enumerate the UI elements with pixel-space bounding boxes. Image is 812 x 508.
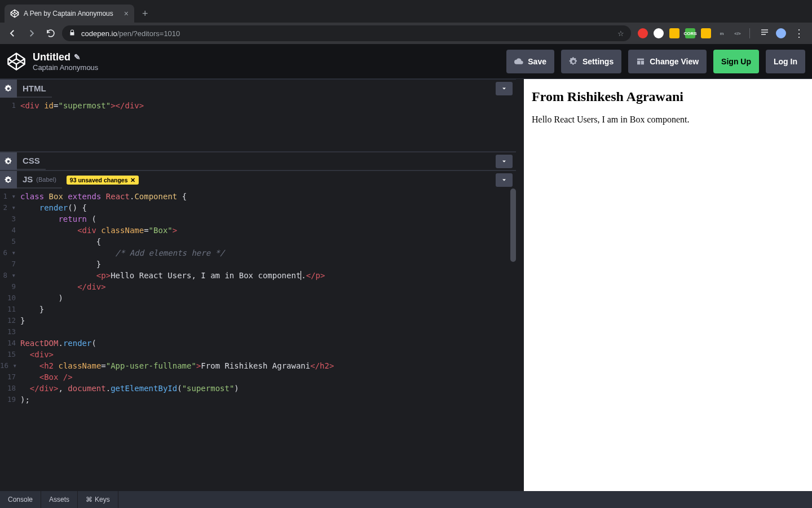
close-tab-icon[interactable]: × bbox=[124, 9, 129, 18]
kebab-menu-icon[interactable]: ⋮ bbox=[791, 27, 807, 40]
js-editor-header: JS (Babel) 93 unsaved changes ✕ bbox=[0, 170, 516, 189]
html-editor: HTML 1 <div id="supermost"></div> bbox=[0, 79, 516, 151]
preview-paragraph: Hello React Users, I am in Box component… bbox=[532, 115, 804, 125]
login-button[interactable]: Log In bbox=[766, 50, 805, 73]
js-dropdown-icon[interactable] bbox=[496, 173, 513, 187]
tab-title: A Pen by Captain Anonymous bbox=[24, 10, 120, 17]
pen-author: Captain Anonymous bbox=[33, 63, 98, 72]
pen-meta: Untitled ✎ Captain Anonymous bbox=[33, 51, 98, 72]
codepen-favicon-icon bbox=[10, 9, 19, 18]
editors-column: HTML 1 <div id="supermost"></div> CSS bbox=[0, 79, 516, 491]
codepen-header: Untitled ✎ Captain Anonymous Save Settin… bbox=[0, 44, 812, 79]
workspace: HTML 1 <div id="supermost"></div> CSS bbox=[0, 79, 812, 491]
forward-button[interactable] bbox=[24, 25, 39, 41]
save-button[interactable]: Save bbox=[506, 50, 554, 73]
keys-button[interactable]: ⌘ Keys bbox=[78, 491, 118, 508]
new-tab-button[interactable]: + bbox=[134, 5, 156, 23]
lock-icon bbox=[69, 29, 76, 38]
js-code-area[interactable]: 1 ▾2 ▾3456 ▾78 ▾910111213141516 ▾171819 … bbox=[0, 189, 516, 491]
svg-rect-0 bbox=[637, 58, 644, 60]
profile-avatar-icon[interactable] bbox=[775, 27, 787, 40]
reload-button[interactable] bbox=[43, 25, 59, 41]
preview-heading: From Rishikesh Agrawani bbox=[532, 89, 804, 104]
browser-chrome: A Pen by Captain Anonymous × + codepen.i… bbox=[0, 0, 812, 44]
adblock-extension-icon[interactable] bbox=[638, 28, 648, 38]
tab-strip: A Pen by Captain Anonymous × + bbox=[0, 0, 812, 23]
code-extension-icon[interactable]: </> bbox=[732, 28, 743, 38]
ghostery-extension-icon[interactable] bbox=[654, 28, 664, 38]
svg-rect-1 bbox=[637, 60, 640, 64]
js-settings-icon[interactable] bbox=[0, 171, 17, 189]
edit-extension-icon[interactable] bbox=[701, 28, 711, 38]
html-code-area[interactable]: 1 <div id="supermost"></div> bbox=[0, 98, 516, 151]
js-scrollbar[interactable] bbox=[510, 189, 516, 262]
browser-tab[interactable]: A Pen by Captain Anonymous × bbox=[5, 5, 134, 23]
media-icon[interactable] bbox=[758, 28, 771, 39]
js-label[interactable]: JS (Babel) bbox=[17, 171, 62, 189]
unsaved-close-icon[interactable]: ✕ bbox=[130, 177, 135, 183]
js-sublang: (Babel) bbox=[36, 176, 56, 183]
separator bbox=[749, 28, 750, 38]
settings-button[interactable]: Settings bbox=[561, 50, 621, 73]
svg-rect-2 bbox=[641, 60, 644, 64]
url-text: codepen.io/pen/?editors=1010 bbox=[81, 29, 180, 38]
codepen-logo-icon[interactable] bbox=[7, 52, 26, 71]
assets-button[interactable]: Assets bbox=[41, 491, 78, 508]
extensions-row: CORSm</> bbox=[634, 28, 754, 38]
css-label[interactable]: CSS bbox=[17, 152, 46, 170]
signup-button[interactable]: Sign Up bbox=[713, 50, 759, 73]
m-extension-icon[interactable]: m bbox=[717, 28, 727, 38]
change-view-button[interactable]: Change View bbox=[628, 50, 707, 73]
back-button[interactable] bbox=[5, 25, 20, 41]
codepen-footer: Console Assets ⌘ Keys bbox=[0, 491, 812, 508]
js-editor: JS (Babel) 93 unsaved changes ✕ 1 ▾2 ▾34… bbox=[0, 170, 516, 491]
css-dropdown-icon[interactable] bbox=[496, 155, 513, 168]
html-label[interactable]: HTML bbox=[17, 80, 52, 98]
keep-extension-icon[interactable] bbox=[669, 28, 679, 38]
html-dropdown-icon[interactable] bbox=[496, 82, 513, 95]
css-editor: CSS bbox=[0, 151, 516, 170]
html-settings-icon[interactable] bbox=[0, 80, 17, 98]
html-editor-header: HTML bbox=[0, 80, 516, 98]
edit-title-icon[interactable]: ✎ bbox=[74, 52, 81, 62]
address-bar[interactable]: codepen.io/pen/?editors=1010 ☆ bbox=[62, 25, 631, 41]
preview-pane: From Rishikesh Agrawani Hello React User… bbox=[516, 79, 812, 491]
css-editor-header: CSS bbox=[0, 152, 516, 170]
cors-extension-icon[interactable]: CORS bbox=[685, 28, 695, 38]
address-bar-row: codepen.io/pen/?editors=1010 ☆ CORSm</> … bbox=[0, 23, 812, 44]
pen-title[interactable]: Untitled ✎ bbox=[33, 51, 98, 63]
css-settings-icon[interactable] bbox=[0, 152, 17, 170]
console-button[interactable]: Console bbox=[0, 491, 41, 508]
star-icon[interactable]: ☆ bbox=[617, 29, 624, 38]
unsaved-badge[interactable]: 93 unsaved changes ✕ bbox=[67, 176, 139, 185]
